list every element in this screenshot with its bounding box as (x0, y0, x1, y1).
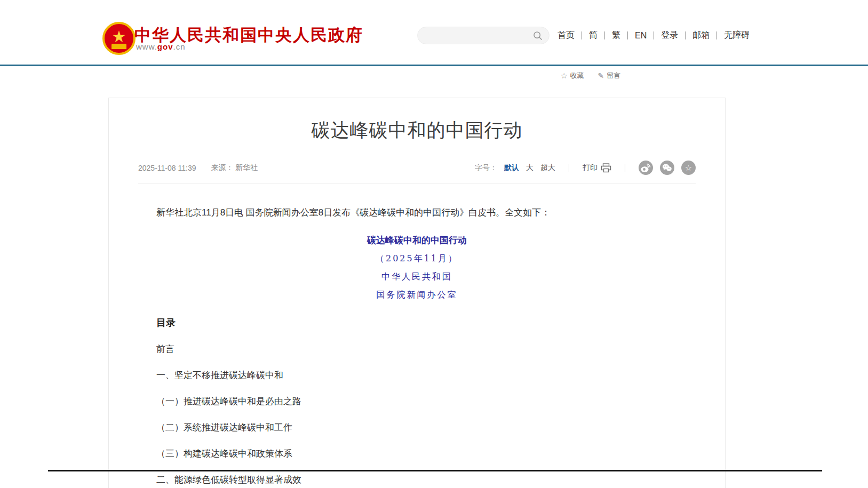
site-url-www: www. (136, 42, 157, 51)
nav-separator (627, 31, 628, 39)
source-value[interactable]: 新华社 (235, 163, 258, 172)
meta-left: 2025-11-08 11:39 来源： 新华社 (138, 163, 258, 173)
nav-item-home[interactable]: 首页 (558, 30, 575, 41)
print-button[interactable]: 打印 (583, 163, 611, 173)
toc-item-1-1: （一）推进碳达峰碳中和是必由之路 (138, 395, 696, 407)
emblem-gate-icon (112, 44, 126, 49)
font-size-large[interactable]: 大 (526, 163, 533, 173)
site-url-cn: .cn (173, 42, 186, 51)
source-group: 来源： 新华社 (211, 163, 258, 173)
wechat-share-icon[interactable] (660, 161, 674, 175)
top-nav: 首页 简 繁 EN 登录 邮箱 无障碍 (558, 30, 750, 41)
article-title: 碳达峰碳中和的中国行动 (109, 118, 725, 143)
gov-cn-page: ★ 中华人民共和国中央人民政府 www.gov.cn 首页 简 繁 EN 登录 … (0, 0, 868, 488)
pencil-icon: ✎ (598, 71, 604, 80)
font-size-label: 字号： (475, 163, 497, 173)
nav-separator (582, 31, 582, 39)
meta-separator (625, 164, 625, 172)
weibo-share-icon[interactable] (639, 161, 653, 175)
star-glyph-icon: ☆ (685, 164, 692, 172)
publish-date: 2025-11-08 11:39 (138, 164, 196, 172)
toc-item-1-2: （二）系统推进碳达峰碳中和工作 (138, 421, 696, 434)
article-meta: 2025-11-08 11:39 来源： 新华社 字号： 默认 大 超大 打印 (138, 161, 696, 175)
toc-heading: 目录 (138, 316, 696, 329)
nav-separator (685, 31, 686, 39)
search-input[interactable] (424, 31, 533, 40)
toc-item-preface: 前言 (138, 343, 696, 355)
toc-item-2: 二、能源绿色低碳转型取得显著成效 (138, 474, 696, 486)
header-divider (0, 65, 868, 66)
national-emblem-icon: ★ (102, 22, 136, 55)
nav-separator (654, 31, 654, 39)
document-issuer-line1: 中华人民共和国 (138, 271, 696, 283)
site-url-gov: gov (157, 42, 173, 51)
nav-item-mailbox[interactable]: 邮箱 (692, 30, 710, 41)
document-issuer-line2: 国务院新闻办公室 (138, 290, 696, 301)
nav-item-login[interactable]: 登录 (661, 30, 678, 41)
meta-divider (138, 183, 696, 183)
nav-separator (716, 31, 717, 39)
search-icon[interactable] (533, 31, 543, 41)
bottom-divider (48, 470, 822, 471)
search-box[interactable] (417, 27, 550, 44)
nav-separator (604, 31, 605, 39)
nav-item-english[interactable]: EN (635, 31, 647, 41)
printer-icon (601, 163, 611, 173)
nav-item-simplified[interactable]: 简 (589, 30, 598, 41)
print-label: 打印 (583, 163, 598, 173)
article-body: 新华社北京11月8日电 国务院新闻办公室8日发布《碳达峰碳中和的中国行动》白皮书… (138, 205, 696, 488)
font-size-default[interactable]: 默认 (504, 163, 519, 173)
nav-item-accessibility[interactable]: 无障碍 (724, 30, 750, 41)
site-url: www.gov.cn (136, 42, 186, 51)
star-share-icon[interactable]: ☆ (681, 161, 696, 175)
article-tools: ☆ 收藏 ✎ 留言 (561, 71, 620, 81)
document-title: 碳达峰碳中和的中国行动 (138, 234, 696, 246)
font-size-xlarge[interactable]: 超大 (540, 163, 555, 173)
document-date: （2025年11月） (138, 253, 696, 265)
nav-item-traditional[interactable]: 繁 (612, 30, 620, 41)
comment-label: 留言 (607, 71, 620, 81)
toc-item-1: 一、坚定不移推进碳达峰碳中和 (138, 369, 696, 381)
emblem-star-icon: ★ (112, 29, 126, 45)
favorite-button[interactable]: ☆ 收藏 (561, 71, 584, 81)
toc-item-1-3: （三）构建碳达峰碳中和政策体系 (138, 447, 696, 460)
source-label: 来源： (211, 163, 233, 172)
meta-separator (569, 164, 569, 172)
meta-right: 字号： 默认 大 超大 打印 (475, 161, 696, 175)
article-card: 碳达峰碳中和的中国行动 2025-11-08 11:39 来源： 新华社 字号：… (108, 98, 726, 488)
comment-button[interactable]: ✎ 留言 (598, 71, 621, 81)
star-icon: ☆ (561, 71, 568, 80)
lead-paragraph: 新华社北京11月8日电 国务院新闻办公室8日发布《碳达峰碳中和的中国行动》白皮书… (138, 205, 696, 220)
favorite-label: 收藏 (570, 71, 584, 81)
